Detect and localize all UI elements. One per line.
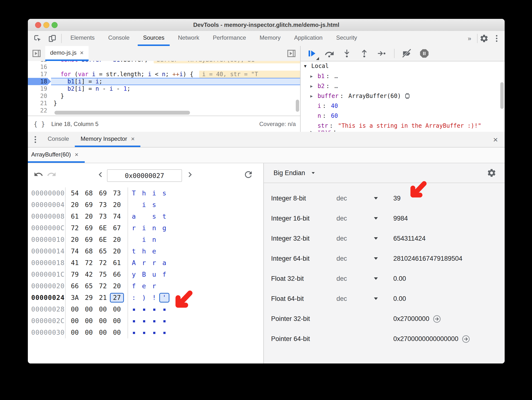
ascii-cell[interactable]: i [149,187,159,199]
ascii-cell[interactable]: a [159,257,169,269]
ascii-cell[interactable]: i [139,199,149,211]
hex-byte-cell[interactable]: 75 [96,269,110,280]
hex-byte-cell[interactable]: 69 [96,187,110,199]
chevron-right-icon[interactable]: ▶ [310,84,316,89]
inspect-icon[interactable] [33,34,42,43]
ascii-cell[interactable]: A [129,257,139,269]
hex-byte-cell[interactable]: 69 [82,222,96,234]
tab-elements[interactable]: Elements [65,31,100,46]
hex-byte-cell[interactable]: 61 [110,257,124,269]
hex-byte-cell[interactable]: 6E [96,222,110,234]
ascii-cell[interactable]: f [159,269,169,280]
hex-byte-cell[interactable]: 27 [110,292,124,304]
gear-icon[interactable] [479,34,489,43]
close-icon[interactable]: × [75,151,78,158]
line-number[interactable]: 17 [28,71,51,78]
hex-byte-cell[interactable]: 20 [110,245,124,257]
address-input[interactable] [107,169,182,182]
hex-byte-cell[interactable]: 00 [68,304,82,315]
gear-icon[interactable] [487,168,496,178]
ascii-cell[interactable] [159,245,169,257]
step-into-icon[interactable] [342,48,352,59]
hex-byte-cell[interactable]: 29 [82,292,96,304]
ascii-cell[interactable]: a [129,211,139,222]
hex-byte-cell[interactable]: 20 [110,234,124,245]
line-number[interactable]: 15 [28,61,51,63]
close-drawer-icon[interactable]: × [486,135,505,144]
step-over-icon[interactable] [324,48,334,59]
ascii-cell[interactable]: n [149,234,159,245]
hex-byte-cell[interactable]: 00 [110,304,124,315]
line-number[interactable]: 19 [28,85,51,92]
line-number[interactable]: 21 [28,100,51,107]
ascii-cell[interactable] [139,315,149,327]
hex-byte-cell[interactable]: 72 [68,222,82,234]
ascii-cell[interactable] [159,280,169,292]
jump-to-pointer-icon[interactable] [462,335,470,343]
ascii-cell[interactable]: t [129,245,139,257]
hex-byte-cell[interactable]: 73 [96,199,110,211]
hex-byte-cell[interactable]: 3A [68,292,82,304]
hex-byte-cell[interactable]: 20 [68,234,82,245]
hex-byte-cell[interactable]: 65 [82,280,96,292]
resume-icon[interactable] [307,48,317,59]
hex-byte-cell[interactable]: 20 [110,280,124,292]
ascii-cell[interactable]: h [139,245,149,257]
pause-on-exceptions-icon[interactable] [419,48,429,59]
hex-byte-cell[interactable]: 00 [82,327,96,338]
ascii-cell[interactable]: u [149,269,159,280]
hex-byte-cell[interactable]: 66 [110,269,124,280]
chevron-down-icon[interactable] [374,297,378,300]
hex-byte-cell[interactable]: 73 [96,211,110,222]
ascii-cell[interactable]: r [139,257,149,269]
vertical-scrollbar[interactable] [500,82,504,109]
format-select[interactable]: dec [336,188,347,208]
ascii-cell[interactable]: s [159,187,169,199]
hex-byte-cell[interactable]: 00 [68,327,82,338]
hex-byte-cell[interactable]: 42 [82,269,96,280]
ascii-cell[interactable] [129,304,139,315]
ascii-cell[interactable]: : [129,292,139,304]
tab-security[interactable]: Security [331,31,363,46]
ascii-cell[interactable]: f [129,280,139,292]
hex-byte-cell[interactable]: 73 [110,187,124,199]
format-select[interactable]: dec [336,208,347,229]
ascii-cell[interactable] [159,327,169,338]
ascii-cell[interactable]: g [159,222,169,234]
format-select[interactable]: dec [336,269,347,289]
ascii-cell[interactable] [129,199,139,211]
hex-byte-cell[interactable]: 74 [110,211,124,222]
device-toolbar-icon[interactable] [48,34,57,43]
ascii-cell[interactable] [159,199,169,211]
hex-byte-cell[interactable]: 00 [110,315,124,327]
line-number[interactable]: 20 [28,92,51,100]
scope-item-n[interactable]: n: 60 [301,111,505,121]
hex-byte-cell[interactable]: 20 [110,199,124,211]
ascii-cell[interactable]: e [139,280,149,292]
close-icon[interactable]: × [80,50,84,56]
vertical-scrollbar[interactable] [296,100,299,112]
more-tabs-button[interactable]: » [464,31,475,46]
hex-byte-cell[interactable]: 00 [96,304,110,315]
ascii-cell[interactable]: i [139,234,149,245]
ascii-cell[interactable] [129,234,139,245]
ascii-cell[interactable]: e [149,245,159,257]
ascii-cell[interactable] [139,327,149,338]
ascii-cell[interactable] [129,315,139,327]
line-number[interactable]: 18 [28,78,51,85]
ascii-cell[interactable] [159,315,169,327]
ascii-cell[interactable] [149,315,159,327]
ascii-cell[interactable]: h [139,187,149,199]
tab-sources[interactable]: Sources [138,31,170,46]
chevron-down-icon[interactable] [374,217,378,220]
scope-item-b1[interactable]: ▶b1: … [301,71,505,81]
hex-byte-cell[interactable]: 61 [68,211,82,222]
chevron-down-icon[interactable] [374,237,378,240]
ascii-cell[interactable]: ) [139,292,149,304]
hex-byte-cell[interactable]: 54 [68,187,82,199]
hex-byte-cell[interactable]: 74 [68,245,82,257]
ascii-cell[interactable]: i [139,222,149,234]
hex-byte-cell[interactable]: 68 [82,187,96,199]
tab-console[interactable]: Console [42,132,75,147]
hex-byte-cell[interactable]: 69 [82,199,96,211]
